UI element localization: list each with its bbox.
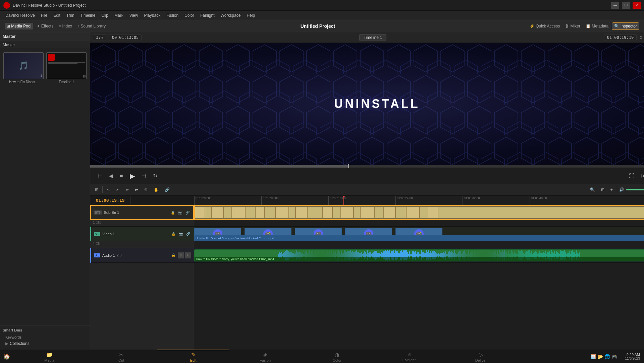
media-pool-button[interactable]: ⊞ Media Pool [5,23,33,29]
fairlight-ws-label: Fairlight [402,358,416,362]
collections-row[interactable]: ▶ Collections [3,340,87,347]
zoom-tool-icon[interactable]: 🔗 [163,186,172,193]
select-tool-icon[interactable]: ↖ [105,186,112,193]
preview-stop-icon[interactable]: ■ [118,172,125,180]
audio-track-controls: 🔒 S M [170,252,191,258]
menu-mark[interactable]: Mark [112,12,126,18]
preview-rewind-icon[interactable]: ◀ [107,171,115,180]
razor-tool-icon[interactable]: ✂ [114,186,121,193]
timeline-name-button[interactable]: Timeline 1 [359,34,386,41]
menu-view[interactable]: View [127,12,141,18]
zoom-fit-icon[interactable]: ⊞ [599,186,606,193]
audio-clip-label: How to Fix Discord Sorry, you've been bl… [196,257,274,261]
home-icon-container[interactable]: 🏠 [0,353,13,360]
video-spacer [194,241,644,248]
keywords-item[interactable]: Keywords [3,334,87,340]
subtitle-lock-icon[interactable]: 🔒 [170,209,176,216]
subtitle-clip-group[interactable] [195,206,644,219]
audio-clip-1[interactable]: // Generate waveform bars via script How… [194,249,644,261]
metadata-button[interactable]: 📋 Metadata [584,23,610,29]
waveform-bar-35 [314,254,314,257]
quick-access-button[interactable]: ⚡ Quick Access [528,23,562,29]
preview-area: UNINSTALL ⊢ ◀ ■ ▶ ⊣ ↻ ⛶ ⊳ ⊲ [90,43,644,184]
left-panel-header: Master [0,32,90,41]
view-options-icon[interactable]: ⚙ [639,35,643,40]
audio-s-button[interactable]: S [178,252,184,258]
close-button[interactable]: ✕ [633,2,641,9]
waveform-bar-158 [437,254,438,256]
preview-skip-end-icon[interactable]: ⊣ [140,171,148,180]
preview-skip-start-icon[interactable]: ⊢ [96,171,104,180]
preview-play-icon[interactable]: ▶ [128,171,137,181]
waveform-bar-168 [447,254,448,256]
menu-color[interactable]: Color [182,12,197,18]
taskbar-icon-4[interactable]: 🎮 [611,354,617,359]
dynamic-trim-icon[interactable]: ⇌ [133,186,140,193]
preview-next-frame-icon[interactable]: ⊳ [639,171,644,180]
media-item-2[interactable]: ⊟ Timeline 1 [46,52,87,84]
workspace-tab-media[interactable]: 📁 Media [13,350,85,363]
taskbar-icon-3[interactable]: 🌐 [604,354,610,359]
subtitle-track-header: ST1 Subtitle 1 🔒 📷 🔗 [90,205,194,220]
blade-tool-icon[interactable]: ⊕ [142,186,150,193]
workspace-tab-fairlight[interactable]: ♬ Fairlight [373,350,445,363]
taskbar-icon-2[interactable]: 📂 [597,354,603,359]
sound-library-button[interactable]: ♪ Sound Library [75,23,108,29]
audio-m-button[interactable]: M [185,252,191,258]
workspace-tab-edit[interactable]: ✎ Edit [157,350,229,363]
zoom-in-icon[interactable]: + [608,186,615,193]
waveform-bar-38 [317,253,317,257]
timecode-display: 00:01:13:05 [109,34,142,41]
volume-fill [626,189,644,190]
effects-button[interactable]: ✦ Effects [35,23,55,29]
menu-file[interactable]: File [38,12,50,18]
menu-fairlight[interactable]: Fairlight [198,12,217,18]
workspace-tab-color[interactable]: ◑ Color [301,350,373,363]
menu-trim[interactable]: Trim [64,12,77,18]
menu-timeline[interactable]: Timeline [77,12,98,18]
video-camera-icon[interactable]: 📷 [178,231,184,237]
ruler-mark-1: 01:00:08:00 [261,196,279,205]
quick-access-icon: ⚡ [530,24,535,28]
media-item-1[interactable]: 🎵 ♪ How to Fix Discor... [3,52,44,84]
volume-slider[interactable] [626,189,644,190]
trim-tool-icon[interactable]: ⇔ [123,186,131,193]
taskbar-icons: 🪟 📂 🌐 🎮 [586,354,621,359]
inspector-button[interactable]: 🔍 Inspector [612,22,639,30]
workspace-tab-fusion[interactable]: ◈ Fusion [229,350,301,363]
volume-icon[interactable]: 🔊 [619,187,624,192]
menu-workspace[interactable]: Workspace [218,12,244,18]
menu-clip[interactable]: Clip [99,12,111,18]
preview-loop-icon[interactable]: ↻ [151,171,159,180]
preview-progress-bar[interactable] [90,165,644,168]
waveform-bar-4 [282,254,283,256]
index-button[interactable]: ≡ Index [57,23,74,29]
audio-track-label: Audio 1 [102,253,115,257]
preview-fullscreen-icon[interactable]: ⛶ [627,172,636,180]
minimize-button[interactable]: — [611,2,619,9]
restore-button[interactable]: ❐ [622,2,630,9]
taskbar-icon-1[interactable]: 🪟 [590,354,596,359]
menu-davinci-resolve[interactable]: DaVinci Resolve [3,12,38,18]
menu-playback[interactable]: Playback [141,12,163,18]
workspace-tab-cut[interactable]: ✂ Cut [85,350,157,363]
mixer-button[interactable]: 🎛 Mixer [563,23,582,29]
menu-help[interactable]: Help [244,12,258,18]
window-controls[interactable]: — ❐ ✕ [611,2,641,9]
waveform-bar-266 [546,254,547,256]
hand-tool-icon[interactable]: ✋ [152,186,161,193]
waveform-bar-270 [550,254,551,257]
waveform-bar-161 [440,253,441,257]
subtitle-camera-icon[interactable]: 📷 [177,209,183,216]
menu-fusion[interactable]: Fusion [164,12,181,18]
video-lock-icon[interactable]: 🔒 [170,231,176,237]
menu-edit[interactable]: Edit [51,12,63,18]
index-icon: ≡ [59,24,61,28]
audio-lock-icon[interactable]: 🔒 [170,252,176,258]
zoom-out-icon[interactable]: 🔍 [588,186,597,193]
subtitle-link-icon[interactable]: 🔗 [184,209,191,216]
workspace-tab-deliver[interactable]: ▷ Deliver [445,350,517,363]
timeline-settings-icon[interactable]: ⊞ [93,186,100,193]
waveform-bar-250 [530,253,531,257]
video-link-icon[interactable]: 🔗 [185,231,191,237]
